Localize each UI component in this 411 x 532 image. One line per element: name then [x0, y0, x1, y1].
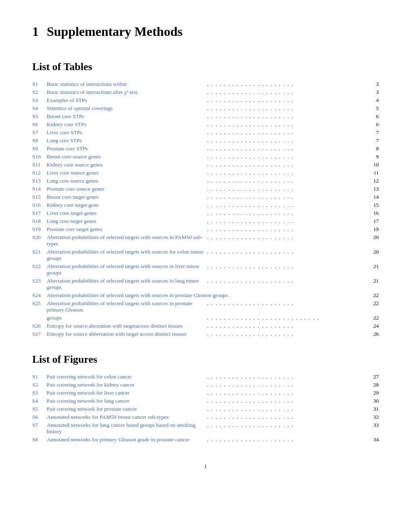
toc-text[interactable]: Aberration probabilities of selected tar…: [47, 292, 367, 299]
toc-id[interactable]: S7: [32, 422, 47, 428]
toc-dots: . . . . . . . . . . . . . . . . . . . . …: [207, 406, 367, 412]
toc-id[interactable]: S2: [32, 89, 47, 96]
toc-id[interactable]: S6: [32, 121, 47, 128]
toc-id[interactable]: S18: [32, 218, 47, 224]
toc-id[interactable]: S21: [32, 249, 47, 255]
toc-id[interactable]: S26: [32, 323, 47, 329]
toc-page-2: 22: [367, 315, 379, 321]
toc-text[interactable]: Lung core source genes: [47, 178, 207, 184]
toc-text[interactable]: Lung core STPs: [47, 137, 207, 144]
toc-text[interactable]: Statistics of optimal coverings: [47, 105, 207, 112]
toc-text[interactable]: Pair covering network for prostate cance…: [47, 406, 207, 412]
toc-text[interactable]: Breast core STPs: [47, 113, 207, 120]
toc-dots: . . . . . . . . . . . . . . . . . . . . …: [207, 300, 367, 307]
toc-text[interactable]: Prostate core STPs: [47, 145, 207, 152]
toc-dots: . . . . . . . . . . . . . . . . . . . . …: [207, 249, 367, 255]
toc-id[interactable]: S11: [32, 162, 47, 168]
toc-text[interactable]: Pair covering network for colon cancer: [47, 374, 207, 380]
toc-text[interactable]: Aberration probabilities of selected tar…: [47, 263, 207, 276]
toc-text[interactable]: Annotated networks for lung cancer based…: [47, 422, 207, 435]
toc-page: 15: [367, 202, 379, 208]
toc-dots: . . . . . . . . . . . . . . . . . . . . …: [207, 170, 367, 176]
toc-id[interactable]: S4: [32, 105, 47, 112]
toc-id[interactable]: S23: [32, 278, 47, 284]
toc-text[interactable]: Annotated networks for PAM50 breast canc…: [47, 414, 207, 420]
toc-dots: . . . . . . . . . . . . . . . . . . . . …: [207, 97, 367, 104]
toc-text[interactable]: Examples of STPs: [47, 97, 207, 104]
toc-text[interactable]: Breast core target genes: [47, 194, 207, 200]
toc-text[interactable]: Liver core STPs: [47, 129, 207, 136]
toc-text[interactable]: Aberration probabilities of selected tar…: [47, 278, 207, 291]
toc-dots: . . . . . . . . . . . . . . . . . . . . …: [207, 331, 367, 337]
toc-dots: . . . . . . . . . . . . . . . . . . . . …: [207, 81, 367, 87]
toc-text[interactable]: Annotated networks for primary Gleason g…: [47, 436, 207, 443]
toc-dots: . . . . . . . . . . . . . . . . . . . . …: [207, 398, 367, 404]
toc-dots: . . . . . . . . . . . . . . . . . . . . …: [207, 374, 367, 380]
toc-text[interactable]: Basic statistics of interactions after χ…: [47, 89, 207, 96]
toc-dots: . . . . . . . . . . . . . . . . . . . . …: [207, 390, 367, 396]
list-item: S4Statistics of optimal coverings . . . …: [32, 105, 379, 112]
list-item: S3Pair covering network for liver cancer…: [32, 390, 379, 396]
toc-page: 34: [367, 436, 379, 443]
toc-page: 29: [367, 390, 379, 396]
toc-text[interactable]: Liver core source genes: [47, 170, 207, 176]
toc-id[interactable]: S27: [32, 331, 47, 337]
list-item: S23Aberration probabilities of selected …: [32, 278, 379, 291]
toc-dots: . . . . . . . . . . . . . . . . . . . . …: [207, 162, 367, 168]
toc-page: 9: [367, 154, 379, 160]
toc-text[interactable]: Pair covering network for kidney cancer: [47, 382, 207, 388]
toc-id[interactable]: S1: [32, 81, 47, 87]
toc-id[interactable]: S12: [32, 170, 47, 176]
toc-id[interactable]: S13: [32, 178, 47, 184]
toc-id[interactable]: S19: [32, 226, 47, 233]
toc-id[interactable]: S22: [32, 263, 47, 270]
toc-id[interactable]: S17: [32, 210, 47, 216]
toc-text[interactable]: Prostate core target genes: [47, 226, 207, 233]
toc-id[interactable]: S2: [32, 382, 47, 388]
list-item: S14Prostate core source genes . . . . . …: [32, 186, 379, 192]
toc-page: 13: [367, 186, 379, 192]
toc-id[interactable]: S7: [32, 129, 47, 136]
toc-text[interactable]: Pair covering network for liver cancer: [47, 390, 207, 396]
toc-id[interactable]: S16: [32, 202, 47, 208]
toc-text[interactable]: Lung core target genes: [47, 218, 207, 224]
toc-id[interactable]: S24: [32, 292, 47, 299]
toc-dots: . . . . . . . . . . . . . . . . . . . . …: [207, 145, 367, 152]
toc-text[interactable]: Aberration probabilities of selected tar…: [47, 249, 207, 262]
toc-text[interactable]: Aberration probabilities of selected tar…: [47, 234, 207, 247]
toc-text[interactable]: Basic statistics of interactions within: [47, 81, 207, 87]
toc-text[interactable]: Liver core target genes: [47, 210, 207, 216]
toc-id[interactable]: S8: [32, 137, 47, 144]
toc-id[interactable]: S4: [32, 398, 47, 404]
section-number: 1: [32, 24, 39, 39]
page-number: 1: [204, 463, 207, 469]
toc-text[interactable]: Kidney core source genes: [47, 162, 207, 168]
toc-text[interactable]: Kidney core target gene: [47, 202, 207, 208]
toc-dots: . . . . . . . . . . . . . . . . . . . . …: [207, 105, 367, 112]
toc-id[interactable]: S14: [32, 186, 47, 192]
toc-id[interactable]: S20: [32, 234, 47, 241]
toc-id[interactable]: S1: [32, 374, 47, 380]
toc-page: 26: [367, 331, 379, 337]
toc-id[interactable]: S9: [32, 145, 47, 152]
list-item: S8Lung core STPs . . . . . . . . . . . .…: [32, 137, 379, 144]
toc-id[interactable]: S6: [32, 414, 47, 420]
toc-text[interactable]: Entropy for source abberration with targ…: [47, 331, 207, 337]
toc-text[interactable]: Pair covering network for lung cancer: [47, 398, 207, 404]
toc-id[interactable]: S8: [32, 436, 47, 443]
toc-text-continuation[interactable]: groups: [47, 315, 207, 321]
toc-id[interactable]: S3: [32, 390, 47, 396]
list-item: S19Prostate core target genes . . . . . …: [32, 226, 379, 233]
toc-text[interactable]: Aberration probabilities of selected tar…: [47, 300, 207, 313]
toc-id[interactable]: S10: [32, 154, 47, 160]
toc-text[interactable]: Prostate core source genes: [47, 186, 207, 192]
toc-id[interactable]: S5: [32, 406, 47, 412]
toc-text[interactable]: Kidney core STPs: [47, 121, 207, 128]
toc-text[interactable]: Entropy for source aberration with targe…: [47, 323, 207, 329]
toc-text[interactable]: Breast core source genes: [47, 154, 207, 160]
toc-id[interactable]: S5: [32, 113, 47, 120]
toc-id[interactable]: S15: [32, 194, 47, 200]
toc-dots: . . . . . . . . . . . . . . . . . . . . …: [207, 263, 367, 270]
toc-id[interactable]: S3: [32, 97, 47, 104]
toc-id[interactable]: S25: [32, 300, 47, 307]
